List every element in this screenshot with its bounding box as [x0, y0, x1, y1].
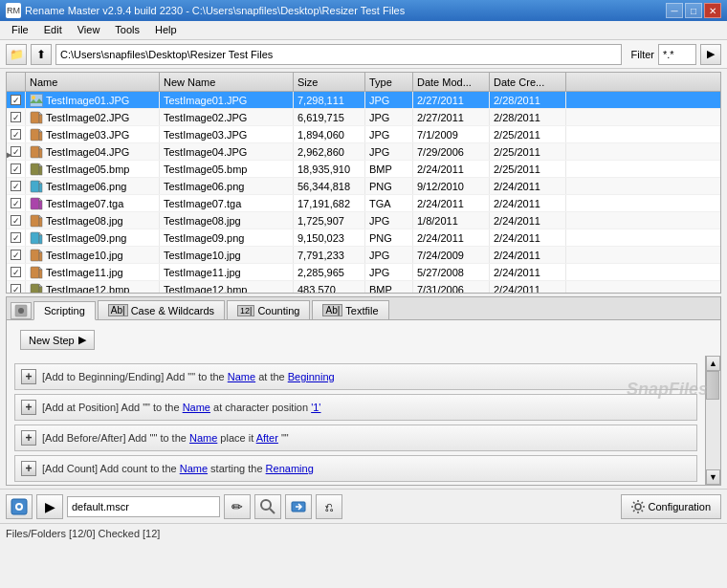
tab-scripting[interactable]: Scripting — [33, 301, 96, 320]
file-list-header: Name New Name Size Type Date Mod... Date… — [7, 73, 720, 92]
row-checkbox[interactable] — [7, 178, 26, 194]
row-checkbox[interactable] — [7, 212, 26, 229]
step-expand-button[interactable]: + — [21, 461, 36, 476]
row-checkbox[interactable] — [7, 264, 26, 280]
svg-rect-33 — [31, 284, 39, 294]
menu-view[interactable]: View — [70, 23, 108, 37]
row-new-name: TestImage10.jpg — [160, 247, 294, 263]
table-row[interactable]: TestImage04.JPGTestImage04.JPG2,962,860J… — [7, 143, 720, 161]
row-size: 56,344,818 — [294, 178, 365, 194]
menu-file[interactable]: File — [4, 23, 36, 37]
configuration-button[interactable]: Configuration — [621, 494, 721, 519]
table-row[interactable]: TestImage05.bmpTestImage05.bmp18,935,910… — [7, 161, 720, 178]
row-checkbox[interactable] — [7, 126, 26, 142]
row-type: JPG — [365, 247, 413, 263]
row-type: JPG — [365, 109, 413, 125]
menu-edit[interactable]: Edit — [36, 23, 70, 37]
svg-rect-6 — [31, 129, 39, 141]
row-date-mod: 2/27/2011 — [413, 109, 490, 125]
table-row[interactable]: TestImage03.JPGTestImage03.JPG1,894,060J… — [7, 126, 720, 143]
row-checkbox[interactable] — [7, 92, 26, 108]
row-new-name: TestImage06.png — [160, 178, 294, 194]
header-name[interactable]: Name — [26, 73, 160, 91]
script-filename-input[interactable] — [67, 496, 220, 517]
scroll-thumb[interactable] — [706, 371, 719, 400]
search-button[interactable] — [254, 494, 281, 519]
row-name: TestImage03.JPG — [26, 126, 160, 142]
row-type: JPG — [365, 92, 413, 108]
step-expand-button[interactable]: + — [21, 400, 36, 415]
step-description: [Add Before/After] Add "" to the Name pl… — [42, 432, 691, 444]
header-date-cre[interactable]: Date Cre... — [490, 73, 566, 91]
row-new-name: TestImage11.jpg — [160, 264, 294, 280]
menu-help[interactable]: Help — [147, 23, 185, 37]
scroll-up-button[interactable]: ▲ — [706, 356, 720, 371]
step-description: [Add Count] Add count to the Name starti… — [42, 463, 691, 474]
svg-marker-16 — [39, 181, 42, 184]
step-expand-button[interactable]: + — [21, 430, 36, 446]
row-checkbox[interactable] — [7, 247, 26, 263]
path-input[interactable] — [55, 44, 622, 65]
table-row[interactable]: TestImage09.pngTestImage09.png9,150,023P… — [7, 229, 720, 247]
rename-button[interactable] — [285, 494, 312, 519]
table-row[interactable]: TestImage10.jpgTestImage10.jpg7,791,233J… — [7, 247, 720, 264]
row-size: 9,150,023 — [294, 229, 365, 246]
header-type[interactable]: Type — [365, 73, 413, 91]
maximize-button[interactable]: □ — [685, 3, 702, 18]
header-date-mod[interactable]: Date Mod... — [413, 73, 490, 91]
row-checkbox[interactable] — [7, 161, 26, 177]
row-checkbox[interactable] — [7, 195, 26, 211]
header-size[interactable]: Size — [294, 73, 365, 91]
svg-rect-14 — [39, 166, 42, 175]
scroll-down-button[interactable]: ▼ — [706, 469, 720, 485]
open-folder-button[interactable]: 📁 — [6, 44, 27, 65]
script-scrollbar[interactable]: ▲ ▼ — [705, 356, 720, 485]
table-row[interactable]: TestImage02.JPGTestImage02.JPG6,619,715J… — [7, 109, 720, 126]
row-checkbox[interactable] — [7, 229, 26, 246]
header-new-name[interactable]: New Name — [160, 73, 294, 91]
play-button[interactable]: ▶ — [36, 494, 63, 519]
table-row[interactable]: TestImage06.pngTestImage06.png56,344,818… — [7, 178, 720, 195]
filter-input[interactable] — [658, 44, 696, 65]
filter-apply-button[interactable]: ▶ — [700, 44, 721, 65]
tab-counting[interactable]: 12| Counting — [227, 300, 310, 319]
tab-case-wildcards[interactable]: Ab| Case & Wildcards — [98, 300, 225, 319]
menu-tools[interactable]: Tools — [107, 23, 147, 37]
file-type-icon — [30, 266, 43, 279]
up-folder-button[interactable]: ⬆ — [31, 44, 52, 65]
script-icon-button[interactable] — [6, 494, 33, 519]
edit-script-button[interactable]: ✏ — [224, 494, 251, 519]
undo-button[interactable]: ⎌ — [316, 494, 342, 519]
tab-icon-scripting[interactable] — [11, 302, 32, 319]
file-type-icon — [30, 249, 43, 262]
table-row[interactable]: TestImage08.jpgTestImage08.jpg1,725,907J… — [7, 212, 720, 229]
svg-marker-34 — [39, 284, 42, 287]
step-expand-button[interactable]: + — [21, 369, 36, 384]
tab-textfile[interactable]: Ab| Textfile — [312, 300, 388, 319]
script-panel: Scripting Ab| Case & Wildcards 12| Count… — [6, 296, 721, 486]
new-step-button[interactable]: New Step ▶ — [20, 330, 95, 350]
table-row[interactable]: TestImage07.tgaTestImage07.tga17,191,682… — [7, 195, 720, 212]
svg-point-2 — [32, 96, 35, 99]
table-row[interactable]: TestImage01.JPGTestImage01.JPG7,298,111J… — [7, 92, 720, 109]
row-checkbox[interactable] — [7, 281, 26, 293]
script-step[interactable]: +[Add at Position] Add "" to the Name at… — [14, 394, 697, 421]
row-date-cre: 2/25/2011 — [490, 161, 566, 177]
row-date-cre: 2/28/2011 — [490, 92, 566, 108]
script-step[interactable]: +[Add to Beginning/Ending] Add "" to the… — [14, 363, 697, 390]
row-type: JPG — [365, 143, 413, 160]
svg-marker-10 — [39, 146, 42, 149]
script-step[interactable]: +[Add Count] Add count to the Name start… — [14, 455, 697, 482]
table-row[interactable]: TestImage11.jpgTestImage11.jpg2,285,965J… — [7, 264, 720, 281]
file-type-icon — [30, 163, 43, 176]
row-checkbox[interactable] — [7, 109, 26, 125]
table-row[interactable]: TestImage12.bmpTestImage12.bmp483,570BMP… — [7, 281, 720, 293]
file-type-icon — [30, 128, 43, 142]
minimize-button[interactable]: ─ — [666, 3, 683, 18]
row-date-cre: 2/24/2011 — [490, 229, 566, 246]
script-step[interactable]: +[Add Before/After] Add "" to the Name p… — [14, 425, 697, 451]
step-description: [Add at Position] Add "" to the Name at … — [42, 402, 691, 413]
close-button[interactable]: ✕ — [704, 3, 721, 18]
svg-rect-8 — [39, 132, 42, 141]
row-new-name: TestImage03.JPG — [160, 126, 294, 142]
